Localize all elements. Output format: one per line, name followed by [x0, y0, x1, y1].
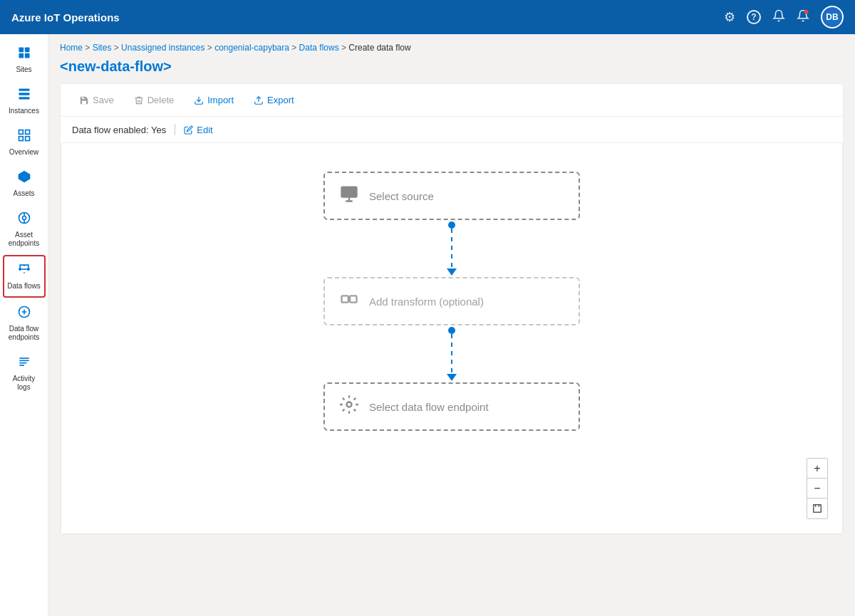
destination-node-icon: [339, 395, 359, 419]
breadcrumb-sites[interactable]: Sites: [93, 43, 112, 53]
sidebar-item-data-flows[interactable]: Data flows: [3, 255, 46, 298]
svg-rect-8: [19, 130, 23, 135]
source-node-icon: [339, 184, 359, 208]
connector-line-2: [451, 334, 452, 374]
sidebar-item-activity-logs-label: Activity logs: [6, 375, 43, 392]
svg-rect-3: [19, 53, 24, 58]
zoom-controls: + −: [807, 458, 828, 519]
save-button[interactable]: Save: [72, 91, 121, 109]
main-layout: Sites Instances Overview Assets: [0, 34, 855, 616]
sidebar-item-asset-endpoints-label: Asset endpoints: [6, 231, 43, 248]
df-endpoints-icon: [17, 305, 31, 323]
sidebar-item-asset-endpoints[interactable]: Asset endpoints: [3, 205, 46, 254]
connector-1: [447, 220, 457, 277]
zoom-out-button[interactable]: −: [807, 479, 827, 498]
sidebar-item-sites-label: Sites: [16, 66, 31, 74]
topbar: Azure IoT Operations ? DB: [0, 0, 855, 34]
source-node-label: Select source: [369, 190, 434, 202]
sidebar-item-df-endpoints[interactable]: Data flow endpoints: [3, 299, 46, 348]
delete-button[interactable]: Delete: [127, 91, 182, 109]
destination-node-label: Select data flow endpoint: [369, 401, 489, 413]
flow-status-text: Data flow enabled: Yes: [72, 125, 166, 135]
svg-point-30: [347, 402, 352, 407]
transform-node-label: Add transform (optional): [369, 296, 484, 308]
sidebar-item-data-flows-label: Data flows: [7, 282, 41, 291]
svg-point-17: [19, 268, 21, 271]
svg-rect-2: [24, 48, 29, 53]
svg-rect-27: [342, 296, 348, 302]
zoom-in-button[interactable]: +: [807, 459, 827, 479]
svg-rect-10: [19, 137, 23, 141]
flow-container: Select source Add transform (optional): [76, 157, 828, 431]
edit-button[interactable]: Edit: [184, 125, 212, 135]
instances-icon: [17, 87, 31, 105]
asset-endpoints-icon: [17, 211, 31, 229]
svg-rect-31: [814, 505, 822, 513]
sidebar-item-activity-logs[interactable]: Activity logs: [3, 349, 46, 397]
source-node[interactable]: Select source: [323, 172, 580, 220]
connector-2: [447, 325, 457, 382]
svg-rect-4: [24, 53, 29, 58]
svg-point-0: [804, 9, 809, 14]
breadcrumb-unassigned[interactable]: Unassigned instances: [121, 43, 204, 53]
sidebar-item-assets-label: Assets: [13, 189, 34, 198]
connector-arrow-2: [447, 374, 457, 381]
sidebar: Sites Instances Overview Assets: [0, 34, 48, 616]
app-title: Azure IoT Operations: [11, 11, 724, 24]
sidebar-item-assets[interactable]: Assets: [3, 164, 46, 204]
destination-node[interactable]: Select data flow endpoint: [323, 382, 580, 431]
help-icon[interactable]: ?: [747, 10, 761, 24]
svg-rect-1: [19, 48, 24, 53]
alert-icon[interactable]: [797, 9, 809, 26]
page-title: <new-data-flow>: [60, 58, 844, 75]
avatar[interactable]: DB: [821, 6, 844, 28]
toolbar-card: Save Delete Import Export Data flow enab…: [60, 83, 844, 535]
svg-rect-5: [19, 89, 29, 91]
sidebar-item-overview[interactable]: Overview: [3, 122, 46, 162]
breadcrumb-home[interactable]: Home: [60, 43, 83, 53]
breadcrumb-dataflows[interactable]: Data flows: [299, 43, 339, 53]
sidebar-item-instances-label: Instances: [9, 107, 39, 115]
svg-rect-11: [25, 137, 29, 141]
assets-icon: [17, 169, 31, 187]
svg-rect-6: [19, 93, 29, 95]
svg-rect-28: [350, 296, 356, 302]
sidebar-item-sites[interactable]: Sites: [3, 40, 46, 80]
svg-marker-12: [18, 171, 30, 183]
flow-canvas: Select source Add transform (optional): [61, 142, 843, 534]
import-icon: [194, 95, 204, 105]
settings-icon[interactable]: [724, 9, 735, 25]
sites-icon: [17, 46, 31, 63]
breadcrumb-current: Create data flow: [348, 43, 410, 53]
breadcrumb: Home > Sites > Unassigned instances > co…: [60, 43, 844, 53]
sidebar-item-df-endpoints-label: Data flow endpoints: [6, 325, 43, 342]
svg-rect-26: [341, 187, 357, 198]
connector-dot-2: [448, 327, 455, 334]
save-icon: [79, 95, 89, 105]
enabled-bar: Data flow enabled: Yes Edit: [61, 117, 843, 142]
transform-node[interactable]: Add transform (optional): [323, 277, 580, 325]
main-content: Home > Sites > Unassigned instances > co…: [48, 34, 855, 616]
connector-dot-1: [448, 221, 455, 229]
notification-icon[interactable]: [772, 9, 785, 26]
activity-logs-icon: [17, 355, 31, 372]
export-icon: [254, 95, 264, 105]
breadcrumb-instance[interactable]: congenial-capybara: [214, 43, 289, 53]
svg-point-18: [26, 268, 29, 271]
svg-rect-9: [25, 130, 29, 135]
divider: [175, 124, 175, 135]
zoom-fit-button[interactable]: [807, 498, 827, 518]
transform-node-icon: [339, 289, 359, 313]
sidebar-item-instances[interactable]: Instances: [3, 81, 46, 121]
topbar-icons: ? DB: [724, 6, 844, 28]
delete-icon: [134, 95, 144, 105]
export-button[interactable]: Export: [247, 91, 301, 109]
svg-point-13: [22, 216, 26, 220]
connector-line-1: [451, 229, 452, 268]
import-button[interactable]: Import: [187, 91, 241, 109]
overview-icon: [17, 128, 31, 146]
sidebar-item-overview-label: Overview: [9, 148, 39, 157]
edit-icon: [184, 125, 193, 135]
toolbar: Save Delete Import Export: [61, 84, 843, 117]
connector-arrow-1: [447, 268, 457, 276]
